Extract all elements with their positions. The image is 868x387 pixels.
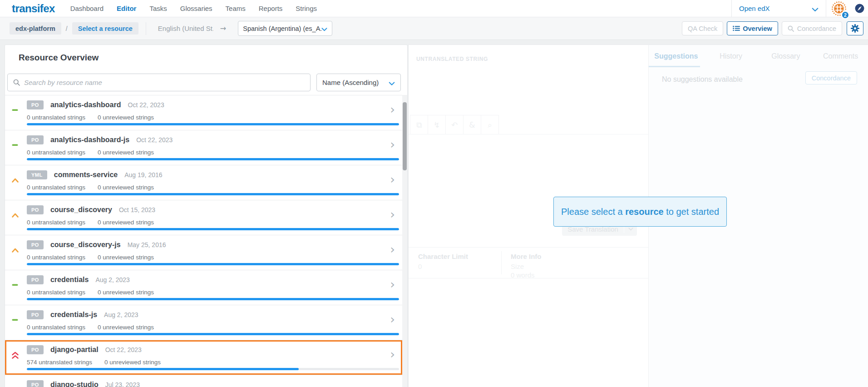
search-input[interactable] [24, 79, 305, 86]
copy-icon[interactable]: ⧉ [410, 115, 428, 134]
priority-icon [11, 212, 20, 219]
explore-button[interactable] [855, 4, 864, 13]
unreviewed-count: 0 unreviewed strings [104, 359, 161, 366]
nav-item-glossaries[interactable]: Glossaries [180, 5, 212, 12]
chevron-right-icon[interactable]: › [390, 208, 395, 220]
qa-check-button[interactable]: QA Check [682, 21, 723, 35]
unreviewed-count: 0 unreviewed strings [98, 324, 154, 331]
chevron-right-icon[interactable]: › [390, 348, 395, 360]
org-selector[interactable]: Open edX [732, 0, 826, 17]
nav-item-teams[interactable]: Teams [226, 5, 246, 12]
chevron-right-icon[interactable]: › [390, 138, 395, 150]
concordance-button[interactable]: Concordance [782, 21, 842, 35]
gear-icon [851, 24, 859, 33]
chevron-right-icon[interactable]: › [390, 243, 395, 255]
progress-bar [27, 193, 399, 195]
format-badge: PO [27, 275, 44, 284]
progress-bar [27, 333, 399, 335]
resource-row[interactable]: PO credentials Aug 2, 2023 0 untranslate… [5, 270, 402, 305]
untranslated-count: 0 untranslated strings [27, 324, 85, 331]
resource-row[interactable]: YML comments-service Aug 19, 2016 0 untr… [5, 165, 402, 200]
chevron-right-icon[interactable]: › [390, 278, 395, 290]
resource-date: Oct 22, 2023 [105, 346, 142, 353]
resource-row[interactable]: PO django-studio Jul 23, 2023 › [5, 375, 402, 387]
format-badge: PO [27, 205, 44, 214]
nav-item-editor[interactable]: Editor [117, 5, 136, 12]
tab-comments[interactable]: Comments [813, 45, 868, 67]
resource-name: credentials [50, 276, 89, 284]
tab-history[interactable]: History [704, 45, 759, 67]
overview-button[interactable]: Overview [727, 21, 778, 35]
unreviewed-count: 0 unreviewed strings [98, 254, 154, 261]
concordance-label: Concordance [797, 25, 836, 32]
source-language-label: English (United St... [158, 25, 213, 32]
settings-button[interactable] [847, 21, 863, 35]
progress-bar-fill [27, 263, 399, 265]
search-strings-icon[interactable]: ⌕ [481, 115, 499, 134]
chevron-right-icon[interactable]: › [390, 383, 395, 387]
special-characters-icon[interactable]: & [463, 115, 481, 134]
priority-icon [11, 352, 20, 359]
resource-row[interactable]: PO course_discovery Oct 15, 2023 0 untra… [5, 200, 402, 235]
progress-bar [27, 123, 399, 125]
resource-date: Jul 23, 2023 [105, 381, 140, 387]
resource-row[interactable]: PO course_discovery-js May 25, 2016 0 un… [5, 235, 402, 270]
notification-badge: 2 [841, 11, 849, 19]
resource-date: May 25, 2016 [128, 241, 166, 248]
editor-icon-toolbar: ⧉↯↶&⌕ [410, 115, 499, 134]
concordance-secondary-button[interactable]: Concordance [805, 71, 857, 84]
target-language-select[interactable]: Spanish (Argentina) (es_A... [238, 21, 332, 36]
scrollbar-thumb[interactable] [403, 102, 407, 170]
top-nav-bar: transifex DashboardEditorTasksGlossaries… [0, 0, 868, 17]
resource-name: analytics-dashboard [50, 101, 121, 109]
no-suggestions-text: No suggestions available [662, 75, 743, 84]
resource-row[interactable]: PO analytics-dashboard Oct 22, 2023 0 un… [5, 95, 402, 130]
resource-name: analytics-dashboard-js [50, 136, 129, 144]
more-info-words: 0 words [511, 271, 542, 279]
search-icon [13, 79, 20, 86]
progress-bar-fill [27, 368, 299, 370]
tab-glossary[interactable]: Glossary [759, 45, 814, 67]
nav-item-tasks[interactable]: Tasks [149, 5, 167, 12]
progress-bar [27, 368, 399, 370]
resource-name: course_discovery [50, 206, 112, 214]
breadcrumb-project[interactable]: edx-platform [10, 22, 61, 35]
suggestions-tabs: SuggestionsHistoryGlossaryComments [649, 45, 868, 67]
untranslated-count: 0 untranslated strings [27, 184, 85, 191]
user-avatar[interactable]: 2 [831, 1, 847, 16]
resource-row[interactable]: PO analytics-dashboard-js Oct 22, 2023 0… [5, 130, 402, 165]
tab-suggestions[interactable]: Suggestions [649, 45, 704, 67]
untranslated-count: 0 untranslated strings [27, 219, 85, 226]
editor-toolbar: edx-platform / Select a resource English… [0, 17, 868, 40]
nav-item-strings[interactable]: Strings [296, 5, 317, 12]
undo-icon[interactable]: ↶ [445, 115, 464, 134]
breadcrumb-select-resource[interactable]: Select a resource [72, 22, 138, 35]
compass-icon [855, 4, 864, 13]
nav-item-dashboard[interactable]: Dashboard [70, 5, 104, 12]
more-info-label: More Info [511, 253, 542, 260]
sort-select[interactable]: Name (Ascending) [316, 74, 401, 91]
lightning-icon[interactable]: ↯ [428, 115, 446, 134]
progress-bar-fill [27, 298, 399, 300]
panel-title: Resource Overview [19, 53, 99, 63]
untranslated-count: 0 untranslated strings [27, 114, 85, 121]
progress-bar-fill [27, 123, 399, 125]
priority-icon [11, 247, 20, 254]
resource-row[interactable]: PO django-partial Oct 22, 2023 574 untra… [5, 340, 402, 375]
target-language-value: Spanish (Argentina) (es_A... [243, 25, 321, 32]
chevron-down-icon [321, 25, 327, 33]
nav-item-reports[interactable]: Reports [259, 5, 283, 12]
transifex-logo[interactable]: transifex [12, 2, 55, 15]
list-scrollbar [402, 95, 407, 387]
chevron-right-icon[interactable]: › [390, 313, 395, 325]
active-tab-underline [649, 66, 700, 67]
progress-bar-fill [27, 158, 399, 160]
chevron-down-icon [812, 5, 819, 13]
progress-bar-fill [27, 228, 399, 230]
chevron-right-icon[interactable]: › [390, 173, 395, 185]
chevron-right-icon[interactable]: › [390, 103, 395, 115]
resource-row[interactable]: PO credentials-js Aug 2, 2023 0 untransl… [5, 305, 402, 340]
divider [409, 134, 648, 134]
character-limit-label: Character Limit [418, 253, 468, 260]
resource-search-box [7, 74, 311, 91]
